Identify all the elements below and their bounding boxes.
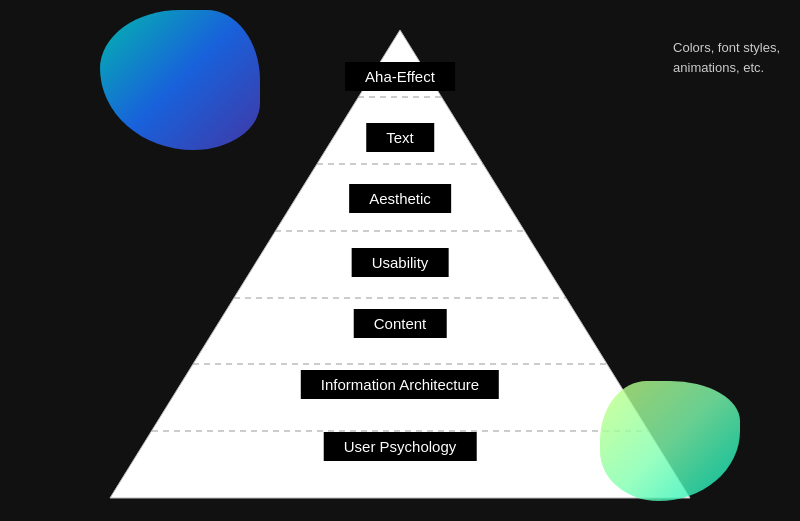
annotation-line1: Colors, font styles, xyxy=(673,38,780,58)
label-content: Content xyxy=(354,309,447,338)
label-aha-effect: Aha-Effect xyxy=(345,62,455,91)
label-text: Text xyxy=(366,123,434,152)
label-info-architecture: Information Architecture xyxy=(301,370,499,399)
annotation: Colors, font styles, animations, etc. xyxy=(673,38,780,77)
label-usability: Usability xyxy=(352,248,449,277)
label-user-psychology: User Psychology xyxy=(324,432,477,461)
annotation-line2: animations, etc. xyxy=(673,58,780,78)
label-aesthetic: Aesthetic xyxy=(349,184,451,213)
blob-bottom-right xyxy=(600,381,740,501)
scene: Colors, font styles, animations, etc. .d… xyxy=(0,0,800,521)
